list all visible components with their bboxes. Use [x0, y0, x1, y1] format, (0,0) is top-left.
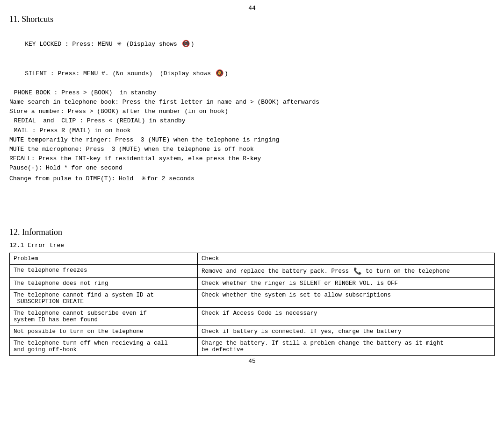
bell-off-icon: 🔕 — [216, 69, 223, 79]
shortcut-line-7: MAIL : Press R (MAIL) in on hook — [9, 126, 495, 135]
shortcut-line-6: REDIAL and CLIP : Press < (REDIAL) in st… — [9, 116, 495, 126]
shortcut-line-10: RECALL: Press the INT-key if residential… — [9, 154, 495, 163]
phone-on-icon: 📞 — [353, 267, 361, 275]
check-cell: Check if Access Code is necessary — [198, 308, 495, 326]
shortcut-line-1: KEY LOCKED : Press: MENU ✳ (Display show… — [9, 29, 495, 59]
col-check: Check — [198, 253, 495, 265]
problem-cell: The telephone does not ring — [10, 278, 198, 290]
problem-cell: The telephone cannot find a system ID at… — [10, 290, 198, 308]
check-cell: Check whether the system is set to allow… — [198, 290, 495, 308]
section-11-title: 11. Shortcuts — [9, 14, 495, 24]
star-icon-2: ✳ — [142, 173, 146, 184]
table-row: The telephone turn off when recieving a … — [10, 338, 495, 356]
shortcut-line-2: SILENT : Press: MENU #. (No sounds) (Dis… — [9, 59, 495, 88]
shortcut-line-11: Pause(-): Hold * for one second — [9, 163, 495, 173]
table-row: Not possible to turn on the telephone Ch… — [10, 326, 495, 338]
check-cell: Charge the battery. If still a problem c… — [198, 338, 495, 356]
shortcut-line-9: MUTE the microphone: Press 3 (MUTE) when… — [9, 145, 495, 154]
table-row: The telephone cannot subscribe even if s… — [10, 308, 495, 326]
problem-cell: The telephone cannot subscribe even if s… — [10, 308, 198, 326]
shortcut-line-8: MUTE temporarily the ringer: Press 3 (MU… — [9, 135, 495, 145]
shortcut-line-3: PHONE BOOK : Press > (BOOK) in standby — [9, 88, 495, 98]
problem-cell: The telephone turn off when recieving a … — [10, 338, 198, 356]
spacer — [9, 190, 495, 227]
table-row: The telephone does not ring Check whethe… — [10, 278, 495, 290]
phone-locked-icon: 📵 — [182, 39, 190, 50]
problem-cell: Not possible to turn on the telephone — [10, 326, 198, 338]
section-12-subtitle: 12.1 Error tree — [9, 242, 495, 249]
problem-cell: The telephone freezes — [10, 265, 198, 278]
table-row: The telephone cannot find a system ID at… — [10, 290, 495, 308]
error-table: Problem Check The telephone freezes Remo… — [9, 253, 495, 356]
shortcut-line-5: Store a number: Press > (BOOK) after the… — [9, 107, 495, 116]
page-bottom-number: 45 — [9, 358, 495, 365]
section-12-title: 12. Information — [9, 227, 495, 237]
section-11: 11. Shortcuts KEY LOCKED : Press: MENU ✳… — [9, 14, 495, 184]
table-row: The telephone freezes Remove and replace… — [10, 265, 495, 278]
section-12: 12. Information 12.1 Error tree Problem … — [9, 227, 495, 356]
shortcut-line-12: Change from pulse to DTMF(T): Hold ✳for … — [9, 173, 495, 184]
check-cell: Check whether the ringer is SILENT or RI… — [198, 278, 495, 290]
check-cell: Check if battery is connected. If yes, c… — [198, 326, 495, 338]
table-header-row: Problem Check — [10, 253, 495, 265]
page-top-number: 44 — [9, 5, 495, 12]
col-problem: Problem — [10, 253, 198, 265]
check-cell: Remove and replace the battery pack. Pre… — [198, 265, 495, 278]
shortcut-line-4: Name search in telephone book: Press the… — [9, 98, 495, 107]
star-icon-1: ✳ — [117, 38, 122, 50]
